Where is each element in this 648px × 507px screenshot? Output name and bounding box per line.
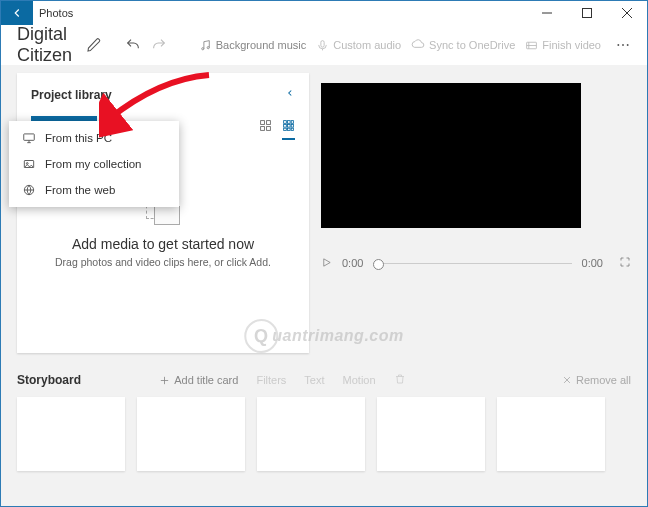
- remove-all-button[interactable]: Remove all: [562, 374, 631, 386]
- remove-all-label: Remove all: [576, 374, 631, 386]
- storyboard-slot[interactable]: [17, 397, 125, 471]
- empty-subtitle: Drag photos and video clips here, or cli…: [31, 256, 295, 268]
- from-collection-item[interactable]: From my collection: [9, 151, 179, 177]
- delete-icon: [394, 373, 406, 387]
- from-this-pc-label: From this PC: [45, 132, 112, 144]
- background-music-button[interactable]: Background music: [199, 39, 307, 52]
- project-library-title: Project library: [31, 88, 112, 102]
- svg-rect-9: [267, 121, 271, 125]
- back-button[interactable]: [1, 1, 33, 25]
- svg-rect-11: [267, 127, 271, 131]
- add-title-card-button[interactable]: Add title card: [159, 373, 238, 387]
- play-icon[interactable]: [321, 257, 332, 270]
- filters-label: Filters: [256, 374, 286, 386]
- svg-rect-13: [287, 121, 290, 124]
- svg-rect-20: [291, 128, 293, 130]
- filters-button: Filters: [256, 373, 286, 387]
- svg-rect-10: [261, 127, 265, 131]
- time-total: 0:00: [582, 257, 603, 269]
- from-collection-label: From my collection: [45, 158, 142, 170]
- svg-point-1: [201, 47, 203, 49]
- collection-icon: [21, 157, 37, 171]
- svg-rect-3: [321, 40, 324, 47]
- storyboard-slot[interactable]: [497, 397, 605, 471]
- seek-bar[interactable]: [373, 263, 571, 264]
- preview-panel: 0:00 0:00: [321, 73, 631, 353]
- collapse-library-icon[interactable]: [285, 87, 295, 102]
- add-source-dropdown: From this PC From my collection From the…: [9, 121, 179, 207]
- svg-point-6: [622, 44, 624, 46]
- custom-audio-label: Custom audio: [333, 39, 401, 51]
- svg-rect-15: [284, 124, 287, 127]
- finish-video-label: Finish video: [542, 39, 601, 51]
- text-button: Text: [304, 373, 324, 387]
- svg-rect-21: [24, 134, 35, 140]
- svg-rect-19: [287, 128, 290, 130]
- rename-icon[interactable]: [86, 37, 102, 53]
- from-web-item[interactable]: From the web: [9, 177, 179, 203]
- motion-label: Motion: [343, 374, 376, 386]
- svg-point-2: [207, 46, 209, 48]
- storyboard-slot[interactable]: [377, 397, 485, 471]
- redo-icon: [151, 37, 167, 53]
- pc-icon: [21, 131, 37, 145]
- motion-button: Motion: [343, 373, 376, 387]
- svg-rect-12: [284, 121, 287, 124]
- empty-state: Add media to get started now Drag photos…: [31, 200, 295, 268]
- svg-rect-0: [583, 9, 592, 18]
- project-name: Digital Citizen: [17, 24, 72, 66]
- text-label: Text: [304, 374, 324, 386]
- grid-small-icon[interactable]: [259, 118, 272, 140]
- grid-large-icon[interactable]: [282, 118, 295, 140]
- app-title: Photos: [33, 7, 527, 19]
- undo-icon[interactable]: [125, 37, 141, 53]
- svg-rect-18: [284, 128, 287, 130]
- time-current: 0:00: [342, 257, 363, 269]
- sync-button[interactable]: Sync to OneDrive: [411, 38, 515, 52]
- svg-rect-14: [291, 121, 293, 124]
- svg-rect-8: [261, 121, 265, 125]
- from-this-pc-item[interactable]: From this PC: [9, 125, 179, 151]
- svg-point-5: [617, 44, 619, 46]
- svg-rect-17: [291, 124, 293, 127]
- from-web-label: From the web: [45, 184, 115, 196]
- finish-video-button[interactable]: Finish video: [525, 39, 601, 52]
- maximize-button[interactable]: [567, 1, 607, 25]
- background-music-label: Background music: [216, 39, 307, 51]
- more-icon[interactable]: [615, 37, 631, 53]
- video-preview[interactable]: [321, 83, 581, 228]
- sync-label: Sync to OneDrive: [429, 39, 515, 51]
- svg-rect-16: [287, 124, 290, 127]
- minimize-button[interactable]: [527, 1, 567, 25]
- empty-title: Add media to get started now: [31, 236, 295, 252]
- web-icon: [21, 183, 37, 197]
- svg-point-7: [627, 44, 629, 46]
- storyboard-title: Storyboard: [17, 373, 81, 387]
- storyboard-slot[interactable]: [257, 397, 365, 471]
- add-title-card-label: Add title card: [174, 374, 238, 386]
- fullscreen-icon[interactable]: [619, 256, 631, 270]
- custom-audio-button[interactable]: Custom audio: [316, 39, 401, 52]
- close-button[interactable]: [607, 1, 647, 25]
- storyboard-slot[interactable]: [137, 397, 245, 471]
- project-library-panel: Project library Add: [17, 73, 309, 353]
- storyboard-panel: Storyboard Add title card Filters Text M…: [17, 369, 631, 471]
